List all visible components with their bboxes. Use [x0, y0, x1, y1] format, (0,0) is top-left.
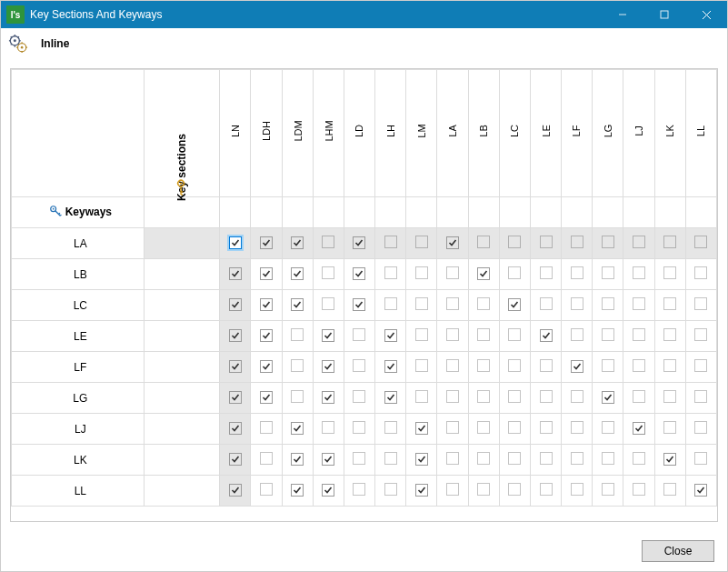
cell-checkbox[interactable]: [623, 290, 654, 321]
cell-checkbox[interactable]: [623, 383, 654, 414]
cell-checkbox[interactable]: [593, 352, 623, 383]
cell-checkbox[interactable]: [251, 321, 282, 352]
row-label-lb[interactable]: LB: [12, 259, 145, 290]
cell-checkbox[interactable]: [437, 290, 468, 321]
checkbox[interactable]: [602, 328, 614, 341]
row-label-lf[interactable]: LF: [12, 352, 145, 383]
checkbox[interactable]: [508, 328, 521, 341]
cell-checkbox[interactable]: [437, 228, 468, 259]
cell-checkbox[interactable]: [530, 476, 561, 507]
checkbox[interactable]: [384, 483, 397, 496]
cell-checkbox[interactable]: [499, 445, 530, 476]
cell-checkbox[interactable]: [593, 445, 623, 476]
minimize-button[interactable]: [602, 1, 643, 28]
cell-checkbox[interactable]: [375, 414, 406, 445]
checkbox[interactable]: [322, 360, 334, 373]
checkbox[interactable]: [508, 266, 521, 279]
checkbox[interactable]: [291, 267, 304, 280]
column-header-lg[interactable]: LG: [593, 70, 623, 197]
cell-checkbox[interactable]: [251, 414, 282, 445]
checkbox[interactable]: [540, 359, 553, 372]
cell-checkbox[interactable]: [593, 383, 623, 414]
cell-checkbox[interactable]: [562, 321, 593, 352]
cell-checkbox[interactable]: [313, 383, 344, 414]
cell-checkbox[interactable]: [468, 414, 499, 445]
gear-icon[interactable]: [8, 34, 28, 54]
cell-checkbox[interactable]: [406, 228, 437, 259]
cell-checkbox[interactable]: [313, 321, 344, 352]
cell-checkbox[interactable]: [499, 321, 530, 352]
cell-checkbox[interactable]: [593, 228, 623, 259]
checkbox[interactable]: [540, 329, 553, 342]
checkbox[interactable]: [508, 483, 521, 496]
cell-checkbox[interactable]: [685, 352, 716, 383]
cell-checkbox[interactable]: [562, 476, 593, 507]
checkbox[interactable]: [694, 390, 707, 403]
checkbox[interactable]: [663, 453, 676, 466]
checkbox[interactable]: [446, 359, 459, 372]
cell-checkbox[interactable]: [593, 290, 623, 321]
cell-checkbox[interactable]: [344, 259, 374, 290]
cell-checkbox[interactable]: [220, 352, 251, 383]
cell-checkbox[interactable]: [654, 414, 685, 445]
column-header-ld[interactable]: LD: [344, 70, 374, 197]
checkbox[interactable]: [415, 484, 428, 497]
column-header-ln[interactable]: LN: [220, 70, 251, 197]
cell-checkbox[interactable]: [282, 228, 313, 259]
checkbox[interactable]: [571, 328, 583, 341]
cell-checkbox[interactable]: [562, 383, 593, 414]
checkbox[interactable]: [384, 360, 397, 373]
cell-checkbox[interactable]: [437, 383, 468, 414]
checkbox[interactable]: [540, 483, 553, 496]
cell-checkbox[interactable]: [282, 352, 313, 383]
cell-checkbox[interactable]: [406, 414, 437, 445]
checkbox[interactable]: [415, 328, 428, 341]
cell-checkbox[interactable]: [375, 476, 406, 507]
checkbox[interactable]: [571, 297, 583, 310]
checkbox[interactable]: [322, 329, 334, 342]
checkbox[interactable]: [353, 390, 365, 403]
cell-checkbox[interactable]: [593, 414, 623, 445]
checkbox[interactable]: [353, 236, 365, 249]
cell-checkbox[interactable]: [344, 476, 374, 507]
cell-checkbox[interactable]: [654, 445, 685, 476]
cell-checkbox[interactable]: [313, 228, 344, 259]
checkbox[interactable]: [477, 328, 490, 341]
checkbox[interactable]: [229, 422, 242, 435]
checkbox[interactable]: [229, 329, 242, 342]
cell-checkbox[interactable]: [499, 414, 530, 445]
checkbox[interactable]: [663, 236, 676, 248]
cell-checkbox[interactable]: [623, 445, 654, 476]
cell-checkbox[interactable]: [375, 383, 406, 414]
cell-checkbox[interactable]: [251, 476, 282, 507]
checkbox[interactable]: [694, 297, 707, 310]
checkbox[interactable]: [260, 391, 273, 404]
checkbox[interactable]: [415, 453, 428, 466]
checkbox[interactable]: [633, 359, 645, 372]
checkbox[interactable]: [384, 421, 397, 434]
checkbox[interactable]: [353, 328, 365, 341]
cell-checkbox[interactable]: [282, 476, 313, 507]
cell-checkbox[interactable]: [220, 383, 251, 414]
cell-checkbox[interactable]: [623, 476, 654, 507]
checkbox[interactable]: [353, 452, 365, 465]
cell-checkbox[interactable]: [406, 445, 437, 476]
checkbox[interactable]: [540, 452, 553, 465]
column-header-le[interactable]: LE: [530, 70, 561, 197]
checkbox[interactable]: [384, 329, 397, 342]
checkbox[interactable]: [508, 452, 521, 465]
checkbox[interactable]: [694, 452, 707, 465]
checkbox[interactable]: [353, 359, 365, 372]
checkbox[interactable]: [291, 298, 304, 311]
checkbox[interactable]: [322, 453, 334, 466]
cell-checkbox[interactable]: [313, 352, 344, 383]
checkbox[interactable]: [291, 390, 304, 403]
checkbox[interactable]: [602, 391, 614, 404]
checkbox[interactable]: [633, 328, 645, 341]
checkbox[interactable]: [477, 359, 490, 372]
checkbox[interactable]: [322, 236, 334, 248]
cell-checkbox[interactable]: [251, 259, 282, 290]
checkbox[interactable]: [663, 359, 676, 372]
cell-checkbox[interactable]: [313, 259, 344, 290]
cell-checkbox[interactable]: [344, 321, 374, 352]
